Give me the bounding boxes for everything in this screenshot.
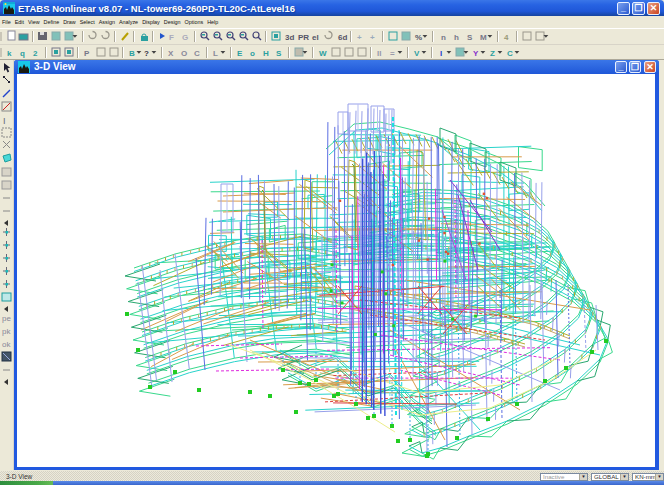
svg-text:%: % xyxy=(415,33,422,42)
svg-text:E: E xyxy=(237,49,243,58)
svg-text:B: B xyxy=(129,49,135,58)
svg-text:II: II xyxy=(377,49,381,58)
svg-text:P: P xyxy=(84,49,90,58)
svg-text:H: H xyxy=(263,49,269,58)
svg-text:=: = xyxy=(390,49,395,58)
svg-text:W: W xyxy=(319,49,327,58)
svg-text:Z: Z xyxy=(490,49,495,58)
svg-text:L: L xyxy=(213,49,218,58)
svg-text:k: k xyxy=(7,49,12,58)
svg-text:pe: pe xyxy=(2,314,11,323)
svg-text:F: F xyxy=(169,33,174,42)
svg-text:PR: PR xyxy=(298,33,309,42)
svg-text:C: C xyxy=(194,49,200,58)
svg-text:M: M xyxy=(480,33,487,42)
svg-text:q: q xyxy=(20,49,25,58)
svg-text:?: ? xyxy=(144,49,149,58)
svg-text:G: G xyxy=(182,33,188,42)
svg-text:S: S xyxy=(467,33,473,42)
svg-text:C: C xyxy=(507,49,513,58)
svg-text:I: I xyxy=(440,49,442,58)
svg-text:n: n xyxy=(441,33,446,42)
svg-text:el: el xyxy=(312,33,319,42)
svg-text:I: I xyxy=(3,116,6,126)
svg-text:V: V xyxy=(414,49,420,58)
svg-text:6d: 6d xyxy=(338,33,347,42)
svg-text:O: O xyxy=(181,49,187,58)
svg-text:Y: Y xyxy=(473,49,479,58)
svg-text:4: 4 xyxy=(504,33,509,42)
svg-text:pk: pk xyxy=(2,327,11,336)
svg-text:+: + xyxy=(370,33,375,42)
svg-text:ok: ok xyxy=(2,340,11,349)
svg-text:o: o xyxy=(250,49,255,58)
svg-text:2: 2 xyxy=(33,49,38,58)
svg-text:S: S xyxy=(276,49,282,58)
svg-text:X: X xyxy=(168,49,174,58)
svg-text:+: + xyxy=(357,33,362,42)
svg-text:3d: 3d xyxy=(285,33,294,42)
svg-text:h: h xyxy=(454,33,459,42)
